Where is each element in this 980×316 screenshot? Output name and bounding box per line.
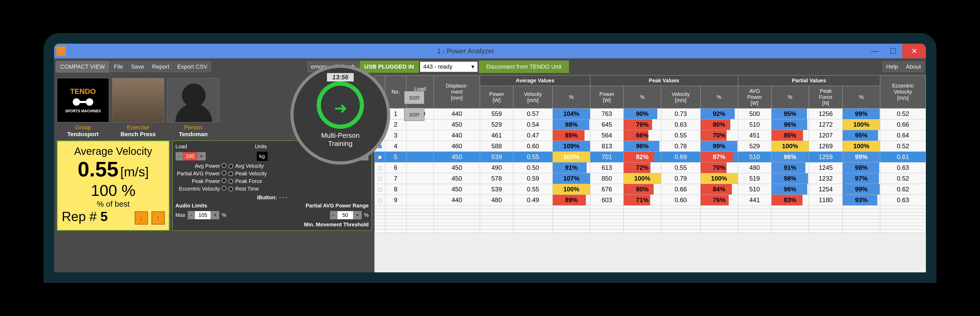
radio-eccentric-velocity[interactable] <box>222 186 226 191</box>
person-card[interactable]: Person Tendoman <box>167 78 220 138</box>
partial-range-spinner[interactable]: -50+ <box>330 211 362 220</box>
table-row[interactable]: 54505390.55100%70182%0.6987%51096%125999… <box>375 152 926 163</box>
pct-cell: 100% <box>843 119 880 130</box>
exercise-image <box>112 78 164 123</box>
pct-cell: 85% <box>552 130 590 141</box>
radio-peak-power[interactable] <box>222 178 226 183</box>
close-button[interactable]: ✕ <box>902 44 926 58</box>
pct-cell: 100% <box>771 141 809 152</box>
table-row-empty <box>375 206 926 209</box>
zoom-side-buttons: son son <box>404 91 424 121</box>
load-spinner[interactable]: -100+ <box>175 152 206 161</box>
minimize-button[interactable]: — <box>865 44 884 58</box>
help-button[interactable]: Help <box>883 62 901 72</box>
runner-icon <box>317 81 364 129</box>
radio-peak-force[interactable] <box>229 179 233 184</box>
table-row[interactable]: 24505290.5498%64576%0.6380%51096%1272100… <box>375 119 926 130</box>
radio-partial-avg-power[interactable] <box>222 171 226 176</box>
pct-cell: 83% <box>771 195 809 206</box>
chevron-down-icon: ▾ <box>471 63 474 70</box>
about-button[interactable]: About <box>902 62 924 72</box>
table-row[interactable]: 84505390.55100%67680%0.6684%51096%125499… <box>375 184 926 195</box>
compact-view-button[interactable]: COMPACT VIEW <box>56 61 109 73</box>
pct-cell: 91% <box>771 163 809 173</box>
pct-cell: 92% <box>700 109 738 119</box>
rep-up-button[interactable]: ↑ <box>151 211 165 225</box>
data-table-container: No. Load [kg] Displace- ment [mm] Averag… <box>374 75 926 272</box>
pct-cell: 70% <box>700 163 738 173</box>
pct-cell: 87% <box>700 152 738 163</box>
zoom-time: 13:56 <box>327 73 353 81</box>
row-checkbox[interactable] <box>378 166 382 170</box>
pct-cell: 72% <box>624 163 661 173</box>
radio-avg-power[interactable] <box>222 163 226 168</box>
export-csv-button[interactable]: Export CSV <box>174 62 211 72</box>
row-checkbox[interactable] <box>378 156 382 159</box>
radio-avg-velocity[interactable] <box>229 164 233 169</box>
min-threshold-label: Min. Movement Threshold <box>175 222 369 228</box>
pct-cell: 97% <box>843 173 880 184</box>
zoom-btn-2[interactable]: son <box>404 108 424 121</box>
avg-velocity-title: Average Velocity <box>62 145 165 157</box>
table-row[interactable]: 74505780.59107%850100%0.79100%51998%1232… <box>375 173 926 184</box>
row-checkbox[interactable] <box>378 177 382 180</box>
pct-cell: 100% <box>552 184 590 195</box>
pct-cell: 76% <box>624 119 661 130</box>
table-row-empty <box>375 226 926 230</box>
disconnect-button[interactable]: Disconnect from TENDO Unit <box>479 61 569 73</box>
radio-peak-velocity[interactable] <box>229 171 233 176</box>
pct-cell: 96% <box>624 141 661 152</box>
toolbar: COMPACT VIEW File Save Report Export CSV… <box>54 58 926 75</box>
pct-cell: 70% <box>700 130 738 141</box>
radio-rest-time[interactable] <box>229 187 233 192</box>
pct-cell: 99% <box>700 141 738 152</box>
rep-down-button[interactable]: ↓ <box>135 211 148 225</box>
pct-cell: 99% <box>843 109 880 119</box>
zoom-btn-1[interactable]: son <box>404 91 424 104</box>
table-row[interactable]: 94404800.4989%60371%0.6076%44183%118093%… <box>375 195 926 206</box>
pct-cell: 71% <box>624 195 661 206</box>
units-select[interactable]: kg <box>257 152 267 161</box>
report-button[interactable]: Report <box>149 62 173 72</box>
pct-cell: 93% <box>843 195 880 206</box>
group-card[interactable]: TENDO SPORTS MACHINES Group Tendosport <box>57 78 109 138</box>
pct-cell: 100% <box>843 141 880 152</box>
pct-cell: 100% <box>624 173 661 184</box>
pct-cell: 107% <box>552 173 590 184</box>
table-row[interactable]: 44605880.60109%81396%0.7899%529100%12691… <box>375 141 926 152</box>
pct-cell: 91% <box>552 163 590 173</box>
pct-cell: 80% <box>624 184 661 195</box>
table-row[interactable]: 34404610.4785%56466%0.5570%45185%120795%… <box>375 130 926 141</box>
avg-velocity-value: 0.55 <box>78 158 119 181</box>
feedback-radio-grid: Avg PowerAvg VelocityPartial AVG PowerPe… <box>175 163 369 192</box>
pct-cell: 98% <box>552 119 590 130</box>
rep-number: 5 <box>100 209 108 224</box>
pct-cell: 89% <box>552 195 590 206</box>
save-button[interactable]: Save <box>127 62 148 72</box>
pct-cell: 95% <box>843 130 880 141</box>
table-row-empty <box>375 223 926 226</box>
pct-of-best-value: 100 <box>91 182 117 199</box>
pct-cell: 99% <box>843 152 880 163</box>
pct-cell: 100% <box>552 152 590 163</box>
person-silhouette <box>167 78 220 123</box>
audio-max-spinner[interactable]: -105+ <box>188 211 220 220</box>
device-dropdown[interactable]: 443 - ready▾ <box>420 62 478 72</box>
app-icon <box>56 46 66 56</box>
table-row[interactable]: 64504900.5091%61372%0.5570%48091%124598%… <box>375 163 926 173</box>
row-checkbox[interactable] <box>378 199 382 202</box>
titlebar: 1 - Power Analyzer — ☐ ✕ <box>54 44 926 58</box>
pct-cell: 76% <box>700 195 738 206</box>
pct-cell: 96% <box>771 184 809 195</box>
table-row[interactable]: 11004405590.57104%76390%0.7392%50095%125… <box>375 109 926 119</box>
row-checkbox[interactable] <box>378 188 382 192</box>
multi-person-label: Multi-Person Training <box>321 131 360 148</box>
pct-cell: 98% <box>771 173 809 184</box>
pct-cell: 96% <box>771 152 809 163</box>
table-row-empty <box>375 216 926 219</box>
exercise-card[interactable]: Exercise Bench Press <box>112 78 164 138</box>
file-menu[interactable]: File <box>110 62 126 72</box>
pct-cell: 90% <box>624 109 661 119</box>
maximize-button[interactable]: ☐ <box>884 44 902 58</box>
pct-cell: 66% <box>624 130 661 141</box>
